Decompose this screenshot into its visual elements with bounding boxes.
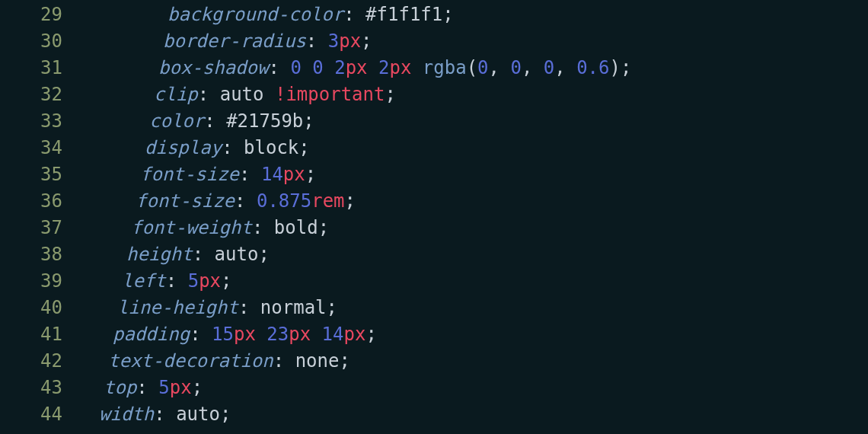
token-value: block	[244, 137, 298, 158]
token-semi: ;	[442, 4, 453, 25]
token-colon: :	[238, 297, 260, 318]
token-prop: background-color	[168, 4, 343, 25]
token-semi: ;	[339, 350, 349, 372]
code-line[interactable]: box-shadow: 0 0 2px 2px rgba(0, 0, 0, 0.…	[76, 55, 868, 81]
token-num: 0	[477, 57, 488, 78]
token-prop: left	[122, 270, 166, 292]
token-colon: :	[198, 84, 220, 105]
token-num: 23	[266, 324, 289, 345]
token-prop: font-weight	[131, 217, 252, 238]
line-number: 39	[0, 268, 62, 295]
code-line[interactable]: font-weight: bold;	[76, 215, 868, 241]
token-colon: :	[269, 57, 291, 78]
line-number: 38	[0, 241, 62, 268]
token-semi: ;	[220, 404, 231, 425]
code-line[interactable]: top: 5px;	[76, 375, 868, 401]
token-unit: px	[234, 324, 256, 345]
token-semi: ;	[221, 270, 231, 292]
token-prop: line-height	[117, 297, 238, 318]
code-line[interactable]: height: auto;	[76, 241, 868, 268]
line-number: 40	[0, 295, 62, 321]
line-number: 34	[0, 135, 62, 161]
code-line[interactable]: left: 5px;	[76, 268, 868, 295]
line-number: 43	[0, 375, 62, 401]
token-semi: ;	[192, 377, 203, 398]
token-value: auto	[215, 244, 259, 265]
token-semi: ;	[385, 84, 395, 105]
code-line[interactable]: clip: auto !important;	[76, 81, 868, 108]
token-colon: :	[166, 270, 188, 292]
token-paren: (	[467, 57, 477, 78]
token-unit: px	[339, 30, 361, 52]
token-unit: px	[344, 324, 366, 345]
token-num: 14	[261, 164, 283, 185]
token-unit: px	[170, 377, 192, 398]
code-line[interactable]: font-size: 0.875rem;	[76, 188, 868, 215]
code-line[interactable]: line-height: normal;	[76, 295, 868, 321]
line-number: 32	[0, 81, 62, 108]
token-hex: #f1f1f1	[365, 4, 442, 25]
token-prop: display	[145, 137, 222, 158]
token-semi: ;	[303, 110, 314, 132]
token-comma: ,	[554, 57, 576, 78]
token-semi: ;	[305, 164, 316, 185]
token-prop: clip	[154, 84, 198, 105]
token-semi: ;	[298, 137, 309, 158]
token-num: 15	[212, 324, 234, 345]
token-prop: top	[104, 377, 136, 398]
code-line[interactable]: background-color: #f1f1f1;	[76, 2, 868, 28]
token-colon: :	[204, 110, 226, 132]
token-num: 3	[328, 30, 339, 52]
token-comma: ,	[489, 57, 511, 78]
token-unit: px	[389, 57, 411, 78]
token-colon: :	[193, 244, 215, 265]
code-line[interactable]: padding: 15px 23px 14px;	[76, 321, 868, 348]
code-line[interactable]: display: block;	[76, 135, 868, 161]
token-prop: height	[126, 244, 193, 265]
token-value	[302, 57, 312, 78]
token-hex: #21759b	[226, 110, 303, 132]
token-num: 14	[322, 324, 344, 345]
token-semi: ;	[345, 190, 356, 212]
token-unit: px	[346, 57, 368, 78]
line-number: 42	[0, 348, 62, 375]
token-num: 5	[188, 270, 199, 292]
token-value	[311, 324, 321, 345]
line-number: 36	[0, 188, 62, 215]
token-value: auto	[176, 404, 220, 425]
token-num: 0	[510, 57, 521, 78]
token-comma: ,	[522, 57, 544, 78]
token-semi: ;	[365, 324, 376, 345]
token-num: 0	[290, 57, 301, 78]
line-number: 30	[0, 28, 62, 55]
token-unit: rem	[311, 190, 344, 212]
code-area[interactable]: background-color: #f1f1f1;border-radius:…	[76, 2, 868, 428]
token-value: bold	[274, 217, 318, 238]
token-prop: text-decoration	[108, 350, 273, 372]
token-colon: :	[306, 30, 328, 52]
token-num: 0	[544, 57, 554, 78]
code-line[interactable]: color: #21759b;	[76, 108, 868, 135]
token-colon: :	[235, 190, 257, 212]
token-unit: px	[199, 270, 221, 292]
token-important: !important	[275, 84, 385, 105]
token-value: none	[295, 350, 340, 372]
code-line[interactable]: border-radius: 3px;	[76, 28, 868, 55]
token-value	[256, 324, 266, 345]
code-line[interactable]: font-size: 14px;	[76, 161, 868, 188]
token-colon: :	[222, 137, 244, 158]
token-num: 0.875	[257, 190, 311, 212]
token-prop: border-radius	[163, 30, 306, 52]
line-number: 41	[0, 321, 62, 348]
code-line[interactable]: width: auto;	[76, 401, 868, 428]
token-num: 2	[334, 57, 345, 78]
code-line[interactable]: text-decoration: none;	[76, 348, 868, 375]
token-colon: :	[343, 4, 365, 25]
token-semi: ;	[258, 244, 269, 265]
token-prop: box-shadow	[158, 57, 269, 78]
token-num: 0	[312, 57, 323, 78]
line-number: 37	[0, 215, 62, 241]
token-semi: ;	[621, 57, 631, 78]
token-value: normal	[260, 297, 327, 318]
code-editor[interactable]: 29303132333435363738394041424344 backgro…	[0, 2, 868, 428]
